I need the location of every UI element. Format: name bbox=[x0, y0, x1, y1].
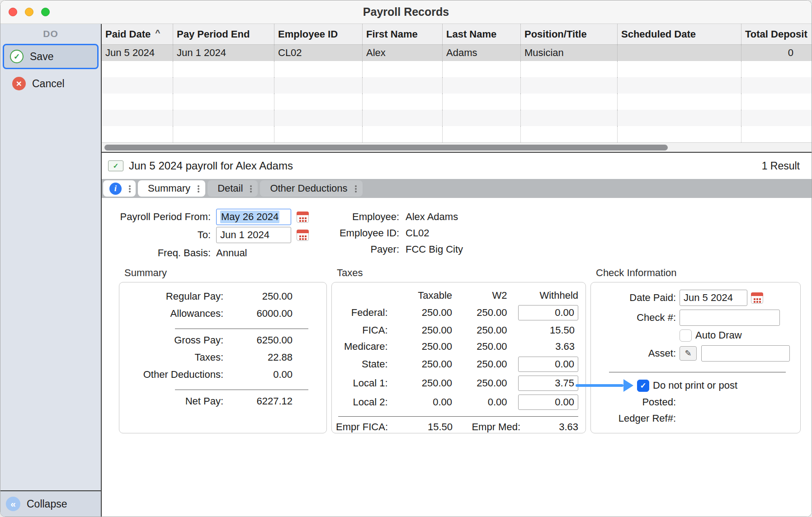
drag-handle-icon[interactable] bbox=[129, 185, 131, 193]
asset-label: Asset: bbox=[591, 348, 676, 359]
calendar-icon[interactable] bbox=[297, 230, 309, 241]
employee-id-value: CL02 bbox=[406, 227, 430, 239]
column-header-paid-date[interactable]: Paid Date ^ bbox=[102, 24, 173, 44]
w2-column-header: W2 bbox=[452, 290, 507, 301]
info-button[interactable]: i bbox=[103, 180, 136, 197]
cancel-button[interactable]: × Cancel bbox=[5, 73, 96, 94]
payroll-table: Paid Date ^ Pay Period End Employee ID F… bbox=[102, 24, 812, 153]
date-paid-input[interactable]: Jun 5 2024 bbox=[680, 290, 747, 306]
drag-handle-icon[interactable] bbox=[355, 185, 357, 193]
period-to-label: To: bbox=[107, 229, 211, 241]
cell-employee-id: CL02 bbox=[274, 45, 363, 61]
tab-summary[interactable]: Summary bbox=[138, 180, 205, 197]
posted-label: Posted: bbox=[591, 396, 676, 408]
tab-detail[interactable]: Detail bbox=[208, 180, 258, 197]
empr-fica-label: Empr FICA: bbox=[332, 421, 388, 433]
column-header-last-name[interactable]: Last Name bbox=[443, 24, 521, 44]
column-header-employee-id[interactable]: Employee ID bbox=[274, 24, 363, 44]
medicare-withheld: 3.63 bbox=[555, 341, 578, 352]
tab-label: Summary bbox=[148, 183, 190, 194]
column-header-total-deposit[interactable]: Total Deposit bbox=[741, 24, 812, 44]
empty-table-row bbox=[102, 94, 812, 110]
zoom-button[interactable] bbox=[41, 8, 50, 16]
divider bbox=[175, 329, 308, 329]
date-paid-label: Date Paid: bbox=[591, 292, 676, 304]
payer-label: Payer: bbox=[318, 244, 399, 255]
asset-input[interactable] bbox=[701, 345, 790, 362]
empty-table-row bbox=[102, 61, 812, 77]
column-label: Last Name bbox=[446, 28, 496, 40]
check-information-group-title: Check Information bbox=[596, 267, 801, 279]
save-check-icon: ✓ bbox=[10, 50, 24, 63]
column-label: First Name bbox=[366, 28, 418, 40]
table-row[interactable]: Jun 5 2024 Jun 1 2024 CL02 Alex Adams Mu… bbox=[102, 45, 812, 61]
medicare-label: Medicare: bbox=[332, 341, 388, 352]
column-header-position-title[interactable]: Position/Title bbox=[521, 24, 618, 44]
column-header-pay-period-end[interactable]: Pay Period End bbox=[173, 24, 274, 44]
result-count: 1 Result bbox=[762, 160, 800, 172]
column-label: Paid Date bbox=[105, 28, 151, 40]
pencil-icon: ✎ bbox=[685, 348, 691, 358]
empty-table-row bbox=[102, 77, 812, 94]
content: Paid Date ^ Pay Period End Employee ID F… bbox=[102, 24, 812, 517]
taxes-group-title: Taxes bbox=[337, 267, 586, 279]
local1-w2: 250.00 bbox=[452, 377, 507, 389]
titlebar: Payroll Records bbox=[0, 0, 812, 24]
column-label: Total Deposit bbox=[745, 28, 807, 40]
calendar-icon[interactable] bbox=[751, 292, 763, 304]
window-title: Payroll Records bbox=[363, 5, 449, 19]
employee-label: Employee: bbox=[318, 211, 399, 223]
withheld-column-header: Withheld bbox=[507, 290, 578, 301]
federal-withheld-input[interactable]: 0.00 bbox=[518, 305, 578, 320]
local1-label: Local 1: bbox=[332, 377, 388, 389]
minimize-button[interactable] bbox=[25, 8, 33, 16]
empr-fica-value: 15.50 bbox=[388, 421, 453, 433]
cell-position: Musician bbox=[521, 45, 618, 61]
calendar-icon[interactable] bbox=[297, 212, 309, 223]
state-taxable: 250.00 bbox=[388, 358, 452, 370]
cell-total-deposit: 0 bbox=[741, 45, 812, 61]
tab-other-deductions[interactable]: Other Deductions bbox=[260, 180, 362, 197]
auto-draw-checkbox[interactable] bbox=[680, 329, 692, 342]
column-label: Scheduled Date bbox=[621, 28, 696, 40]
fica-w2: 250.00 bbox=[452, 324, 507, 336]
period-from-input[interactable]: May 26 2024 bbox=[216, 209, 291, 225]
record-bar: ✓ Jun 5 2024 payroll for Alex Adams 1 Re… bbox=[102, 153, 812, 179]
local1-withheld-input[interactable]: 3.75 bbox=[518, 376, 578, 391]
freq-basis-value: Annual bbox=[216, 247, 247, 259]
local2-withheld-input[interactable]: 0.00 bbox=[518, 395, 578, 410]
drag-handle-icon[interactable] bbox=[250, 185, 252, 193]
scrollbar-thumb[interactable] bbox=[104, 145, 668, 150]
do-not-print-checkbox[interactable]: ✓ bbox=[637, 380, 649, 392]
check-number-input[interactable] bbox=[680, 310, 780, 326]
tab-label: Detail bbox=[217, 183, 243, 194]
close-button[interactable] bbox=[9, 8, 17, 16]
tab-bar: i Summary Detail Other Deductions bbox=[102, 179, 812, 198]
empr-med-label: Empr Med: bbox=[453, 421, 520, 433]
cancel-x-icon: × bbox=[12, 77, 26, 90]
save-button[interactable]: ✓ Save bbox=[3, 44, 99, 69]
net-pay-value: 6227.12 bbox=[223, 395, 293, 407]
column-label: Employee ID bbox=[278, 28, 338, 40]
traffic-lights bbox=[9, 0, 50, 24]
state-withheld-input[interactable]: 0.00 bbox=[518, 357, 578, 372]
medicare-w2: 250.00 bbox=[452, 341, 507, 352]
local2-taxable: 0.00 bbox=[388, 396, 452, 408]
period-to-input[interactable]: Jun 1 2024 bbox=[216, 227, 291, 243]
collapse-button[interactable]: « Collapse bbox=[0, 490, 101, 517]
drag-handle-icon[interactable] bbox=[198, 185, 200, 193]
freq-basis-label: Freq. Basis: bbox=[107, 247, 211, 259]
empty-table-row bbox=[102, 110, 812, 126]
payroll-records-window: Payroll Records DO ✓ Save × Cancel « Col… bbox=[0, 0, 812, 517]
check-number-label: Check #: bbox=[591, 312, 676, 324]
gross-pay-value: 6250.00 bbox=[223, 334, 293, 346]
column-header-scheduled-date[interactable]: Scheduled Date bbox=[618, 24, 741, 44]
column-header-first-name[interactable]: First Name bbox=[363, 24, 443, 44]
asset-picker-button[interactable]: ✎ bbox=[680, 346, 697, 361]
do-not-print-label: Do not print or post bbox=[653, 380, 737, 391]
other-deductions-label: Other Deductions: bbox=[119, 369, 223, 381]
horizontal-scrollbar[interactable] bbox=[102, 142, 812, 152]
taxes-label: Taxes: bbox=[119, 352, 223, 363]
ledger-ref-label: Ledger Ref#: bbox=[591, 413, 676, 424]
fica-withheld: 15.50 bbox=[550, 324, 578, 336]
